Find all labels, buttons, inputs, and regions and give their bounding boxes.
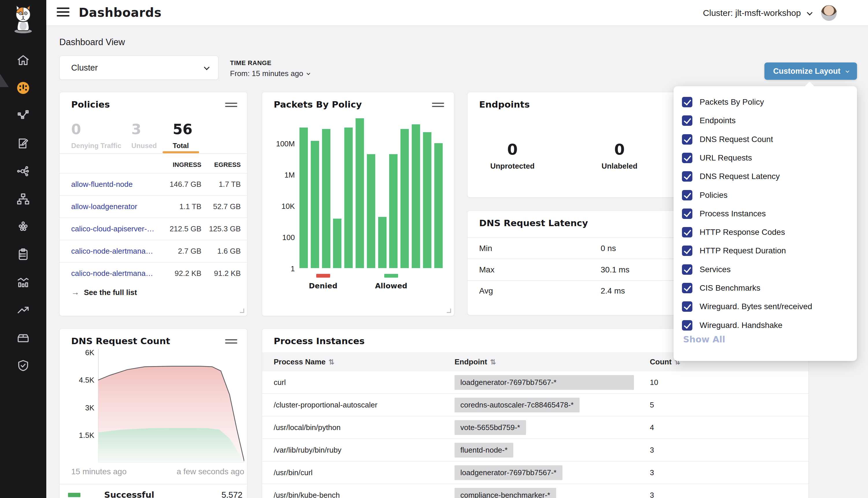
legend-successful[interactable]: Successful 5,572 [68,488,243,498]
process-row: /var/lib/ruby/bin/rubyfluentd-node-*3 [262,439,808,461]
dashboard-view-select[interactable]: Cluster [59,55,218,80]
policy-link[interactable]: calico-cloud-apiserver-… [71,224,159,233]
menu-item-label: Wireguard. Bytes sent/received [700,302,812,311]
checkbox-checked-icon[interactable] [682,115,692,126]
cluster-selector[interactable]: Cluster: jlt-msft-workshop [703,0,811,26]
ingress-value: 1.1 TB [159,202,202,211]
checkbox-checked-icon[interactable] [682,264,692,275]
checkbox-checked-icon[interactable] [682,209,692,219]
checkbox-checked-icon[interactable] [682,283,692,293]
legend-denied[interactable]: Denied [309,274,337,290]
menu-item-label: HTTP Request Duration [700,246,786,255]
sidebar-item-trends[interactable] [0,300,46,320]
user-avatar[interactable] [821,5,837,21]
stat-unused[interactable]: 3 Unused [131,121,157,150]
time-range-control[interactable]: TIME RANGE From: 15 minutes ago [230,59,309,78]
packets-by-policy-card: Packets By Policy 110010K1M100M Denied A… [262,92,454,316]
menu-item-label: Services [700,265,730,274]
chevron-down-icon [807,10,813,16]
checkbox-checked-icon[interactable] [682,246,692,256]
policy-link[interactable]: calico-node-alertmana… [71,247,159,255]
sidebar-item-compliance-reports[interactable] [0,244,46,265]
menu-item[interactable]: Services [682,264,730,275]
sidebar-item-network-tree[interactable] [0,188,46,209]
checkbox-checked-icon[interactable] [682,227,692,237]
hamburger-menu-icon[interactable] [57,8,69,18]
egress-value: 91.2 KB [202,269,241,278]
sort-icon[interactable]: ⇅ [328,358,334,366]
sidebar-item-connections[interactable] [0,161,46,182]
sidebar-item-workload-groups[interactable] [0,216,46,237]
menu-item-label: Wireguard. Handshake [700,321,782,330]
stat-denying-traffic[interactable]: 0 Denying Traffic [71,121,121,150]
menu-item[interactable]: URL Requests [682,152,752,164]
menu-item[interactable]: HTTP Response Codes [682,226,785,238]
egress-value: 52.7 GB [202,202,241,211]
sidebar-item-threat-defense[interactable] [0,355,46,376]
checkbox-checked-icon[interactable] [682,97,692,107]
checkbox-checked-icon[interactable] [682,153,692,163]
sidebar-item-policies[interactable] [0,133,46,154]
checkbox-checked-icon[interactable] [682,171,692,182]
ingress-value: 212.5 GB [159,224,202,233]
checkbox-checked-icon[interactable] [682,190,692,200]
menu-item[interactable]: DNS Request Count [682,134,773,145]
menu-item[interactable]: Wireguard. Handshake [682,319,782,331]
show-all-link[interactable]: Show All [683,334,725,344]
policy-row: allow-loadgenerator1.1 TB52.7 GB [60,195,248,218]
allowed-bar [412,124,420,268]
sidebar-item-dashboards[interactable] [0,78,46,98]
stat-total[interactable]: 56 Total [173,121,192,150]
card-title: Process Instances [274,336,365,346]
menu-item[interactable]: Policies [682,189,727,201]
checkbox-checked-icon[interactable] [682,134,692,145]
menu-item[interactable]: CIS Benchmarks [682,282,760,294]
y-axis-tick: 3K [60,403,94,412]
time-range-label: TIME RANGE [230,59,309,67]
sort-icon[interactable]: ⇅ [490,358,496,366]
drag-handle-icon[interactable] [225,103,237,109]
successful-area [98,428,244,463]
resize-handle[interactable] [447,309,451,313]
column-header-process-name[interactable]: Process Name⇅ [274,357,455,366]
policy-link[interactable]: allow-loadgenerator [71,202,159,211]
workload-groups-icon [16,220,30,233]
egress-value: 125.3 GB [202,224,241,233]
sidebar-item-activity-stats[interactable] [0,272,46,293]
policy-row: allow-fluentd-node146.7 GB1.7 TB [60,173,248,195]
menu-item[interactable]: Packets By Policy [682,96,764,108]
resize-handle[interactable] [240,309,244,313]
customize-layout-label: Customize Layout [773,67,841,76]
active-stat-underline [163,151,199,153]
policy-link[interactable]: allow-fluentd-node [71,180,159,189]
ingress-value: 92.2 KB [159,269,202,278]
customize-layout-button[interactable]: Customize Layout [764,63,857,80]
process-name: /usr/bin/curl [274,468,455,477]
menu-item[interactable]: Endpoints [682,115,736,126]
latency-avg-value: 2.4 ms [601,286,625,296]
card-title: Policies [71,99,110,109]
sidebar-item-service-graph[interactable] [0,105,46,126]
process-row: /usr/bin/kube-benchcompliance-benchmarke… [262,484,808,498]
checkbox-checked-icon[interactable] [682,301,692,312]
y-axis-tick: 100M [262,140,295,148]
menu-item[interactable]: DNS Request Latency [682,171,780,182]
menu-item[interactable]: Process Instances [682,208,766,220]
sidebar-item-image-assurance[interactable] [0,327,46,348]
column-header-endpoint[interactable]: Endpoint⇅ [455,357,650,366]
legend-allowed[interactable]: Allowed [375,274,407,290]
sidebar-item-home[interactable] [0,50,46,70]
process-count: 4 [650,423,654,432]
allowed-bar [344,128,353,268]
see-full-list-link[interactable]: → See the full list [71,288,137,297]
connections-icon [16,165,30,178]
calico-logo[interactable] [7,3,40,35]
checkbox-checked-icon[interactable] [682,320,692,330]
process-name: /var/lib/ruby/bin/ruby [274,446,455,455]
allowed-bar [367,154,375,268]
menu-item[interactable]: Wireguard. Bytes sent/received [682,301,812,312]
policy-link[interactable]: calico-node-alertmana… [71,269,159,278]
menu-item[interactable]: HTTP Request Duration [682,245,786,257]
successful-count: 5,572 [221,490,243,498]
chevron-down-icon [845,69,849,73]
